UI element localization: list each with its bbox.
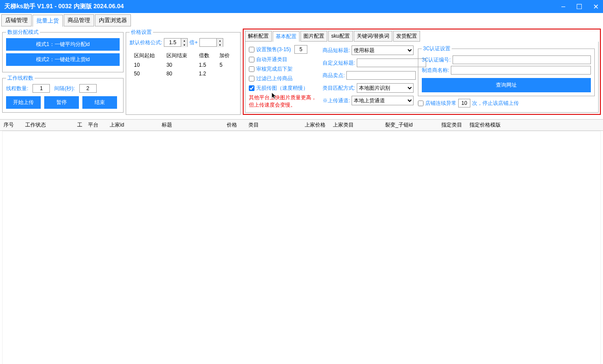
th-spec-cat[interactable]: 指定类目 [438,121,466,129]
price-table: 区间起始 区间结束 倍数 加价 10 30 1.5 5 50 80 1.2 [130,50,237,78]
cfg-tab-parse[interactable]: 解析配置 [245,31,272,42]
mfr-label: 制造商名称: [422,67,449,74]
mfr-input[interactable] [451,66,591,75]
shop-error-input[interactable] [458,99,470,107]
data-mode-fieldset: 数据分配模式 模式1：一键平均分配id 模式2：一键处理上货id [2,29,124,72]
price-row[interactable]: 10 30 1.5 5 [130,61,236,69]
lossless-note: 其他平台上快图片质量更高，但上传速度会变慢。 [249,94,318,109]
price-legend: 价格设置 [130,29,153,36]
cfg-tab-basic[interactable]: 基本配置 [273,31,300,42]
th-seq[interactable]: 序号 [0,121,22,129]
config-body: 设置预售(3-15) 自动开通类目 审核完成后下架 过滤已上传商品 无损传图（速… [245,42,599,113]
th-title[interactable]: 标题 [158,121,223,129]
tab-batch-upload[interactable]: 批量上货 [33,15,63,27]
close-icon[interactable]: ✕ [593,3,599,11]
th-spec-price-tpl[interactable]: 指定价格模版 [466,121,505,129]
tab-store-mgmt[interactable]: 店铺管理 [1,14,32,26]
price-th-mult: 倍数 [196,51,215,60]
cert3c-fieldset: 3C认证设置 3C认证编号: 制造商名称: 查询网址 [418,45,595,96]
th-seller-id[interactable]: 上家id [106,121,158,129]
price-row[interactable]: 50 80 1.2 [130,70,236,78]
selling-point-input[interactable] [346,71,416,80]
custom-short-label: 自定义短标题: [323,59,355,67]
cert3c-legend: 3C认证设置 [422,45,452,52]
autocat-checkbox[interactable] [249,57,254,62]
upload-channel-select[interactable]: 本地上货通道 [352,96,414,105]
tab-browser[interactable]: 内置浏览器 [95,14,131,26]
mode2-button[interactable]: 模式2：一键处理上货id [6,53,120,66]
pause-button[interactable]: 暂停 [44,96,79,109]
cat-match-label: 类目匹配方式: [323,84,355,92]
threads-fieldset: 工作线程数 线程数量: 间隔(秒): 开始上传 暂停 结束 [2,75,124,113]
th-price[interactable]: 价格 [223,121,245,129]
cat-match-select[interactable]: 本地图片识别 [357,83,414,93]
selling-point-label: 商品卖点: [323,72,345,79]
th-seller-cat[interactable]: 上家类目 [329,121,381,129]
custom-short-input[interactable] [357,58,426,67]
interval-input[interactable] [79,84,97,93]
price-th-end: 区间结束 [163,51,195,60]
upload-channel-label: ※上传通道: [323,97,350,104]
mult-suffix-label: 倍+ [189,39,198,46]
data-table-header: 序号 工作状态 工 平台 上家id 标题 价格 类目 上家价格 上家类目 裂变_… [0,119,603,131]
shop-error-checkbox[interactable] [418,101,424,106]
app-title: 天梯ks助手 V1.91 - 0032 内测版 2024.06.04 [4,3,561,10]
config-panel: 解析配置 基本配置 图片配置 sku配置 关键词/替换词 发货配置 设置预售(3… [243,29,601,115]
thread-count-input[interactable] [33,84,50,93]
title-bar: 天梯ks助手 V1.91 - 0032 内测版 2024.06.04 – ☐ ✕ [0,0,603,13]
default-price-label: 默认价格公式: [130,39,162,46]
cfg-tab-sku[interactable]: sku配置 [328,31,353,42]
data-table-body[interactable] [2,131,601,364]
short-title-label: 商品短标题: [323,47,350,54]
price-multiplier-input[interactable] [164,38,181,47]
remove-after-checkbox[interactable] [249,66,254,72]
filter-uploaded-checkbox[interactable] [249,76,254,81]
query-url-button[interactable]: 查询网址 [422,78,591,92]
threads-legend: 工作线程数 [6,75,35,82]
start-upload-button[interactable]: 开始上传 [6,96,41,109]
price-add-spinner[interactable]: ▲▼ [199,38,223,47]
cfg-tab-shipping[interactable]: 发货配置 [393,31,420,42]
cfg-tab-image[interactable]: 图片配置 [300,31,327,42]
presale-input[interactable] [294,45,307,54]
window-controls: – ☐ ✕ [561,3,599,11]
cert-no-label: 3C认证编号: [422,56,451,64]
th-platform[interactable]: 平台 [85,121,106,129]
lossless-checkbox[interactable] [249,85,254,91]
cert-no-input[interactable] [453,55,591,64]
th-status[interactable]: 工作状态 [22,121,74,129]
data-mode-legend: 数据分配模式 [6,29,40,36]
minimize-icon[interactable]: – [561,3,565,11]
tab-product-mgmt[interactable]: 商品管理 [64,14,94,26]
price-th-start: 区间起始 [130,51,162,60]
th-seller-price[interactable]: 上家价格 [301,121,329,129]
spinner-up-icon[interactable]: ▲ [217,39,223,43]
end-button[interactable]: 结束 [82,96,117,109]
spinner-down-icon[interactable]: ▼ [217,43,223,47]
spinner-down-icon[interactable]: ▼ [181,43,187,47]
presale-checkbox[interactable] [249,47,254,52]
price-multiplier-spinner[interactable]: ▲▼ [164,38,188,47]
main-tab-bar: 店铺管理 批量上货 商品管理 内置浏览器 [0,13,603,26]
upper-panel: 数据分配模式 模式1：一键平均分配id 模式2：一键处理上货id 工作线程数 线… [0,26,603,117]
th-category[interactable]: 类目 [245,121,301,129]
spinner-up-icon[interactable]: ▲ [181,39,187,43]
maximize-icon[interactable]: ☐ [576,3,582,11]
th-work[interactable]: 工 [74,121,85,129]
price-th-add: 加价 [216,51,236,60]
th-fission[interactable]: 裂变_子链id [381,121,438,129]
thread-count-label: 线程数量: [6,85,28,92]
interval-label: 间隔(秒): [54,85,75,92]
mode1-button[interactable]: 模式1：一键平均分配id [6,38,120,51]
price-fieldset: 价格设置 默认价格公式: ▲▼ 倍+ ▲▼ 区间起始 区间结束 倍数 加价 10… [126,29,241,115]
config-tab-bar: 解析配置 基本配置 图片配置 sku配置 关键词/替换词 发货配置 [245,31,599,42]
price-add-input[interactable] [199,38,217,47]
cfg-tab-keywords[interactable]: 关键词/替换词 [354,31,392,42]
short-title-select[interactable]: 使用标题 [352,46,414,55]
